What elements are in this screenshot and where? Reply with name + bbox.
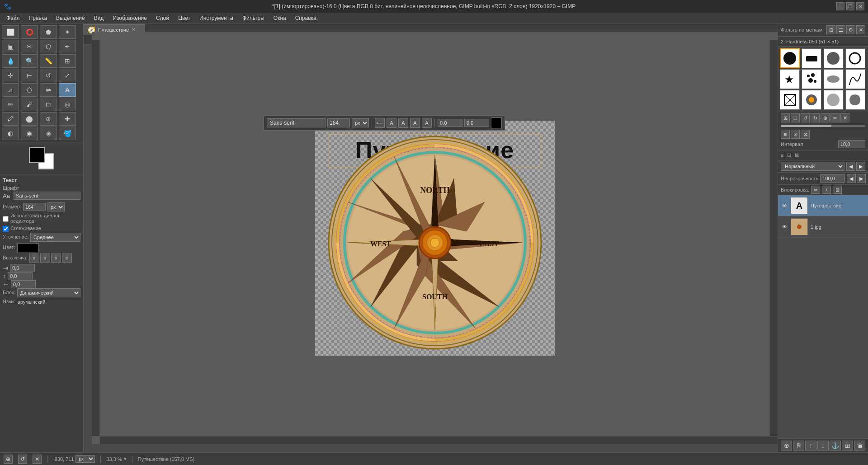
tool-rectangle-select[interactable]: ⬜	[2, 25, 19, 39]
hinting-select[interactable]: Среднее Нет Слабое Полное	[30, 233, 80, 242]
brush-cell-4[interactable]	[845, 48, 865, 68]
lock-all-btn[interactable]: ⊠	[833, 186, 842, 194]
tool-convolve[interactable]: ◈	[40, 127, 57, 140]
block-select[interactable]: Динамический Фиксированный	[17, 288, 80, 297]
tool-pencil[interactable]: ✏	[2, 98, 19, 111]
tool-ellipse-select[interactable]: ⭕	[21, 25, 38, 39]
status-btn-left1[interactable]: ⊕	[4, 455, 13, 464]
brush-ctrl-5[interactable]: ⊕	[821, 113, 830, 122]
tool-flip[interactable]: ⇌	[40, 83, 57, 97]
justify-fill[interactable]: ≡	[62, 254, 72, 263]
brush-cell-2[interactable]	[802, 48, 821, 68]
menu-file[interactable]: Файл	[2, 14, 24, 22]
size-input[interactable]	[23, 203, 46, 211]
brush-cell-7[interactable]	[824, 69, 844, 89]
tool-shear[interactable]: ⊿	[2, 83, 19, 97]
brush-ctrl-2[interactable]: □	[791, 113, 800, 122]
brush-grid-btn[interactable]: ⊞	[826, 25, 835, 34]
brush-ctrl-4[interactable]: ↻	[811, 113, 820, 122]
menu-edit[interactable]: Правка	[24, 14, 52, 22]
tool-airbrush[interactable]: ◎	[59, 98, 76, 111]
layer-eye-image[interactable]: 👁	[781, 223, 788, 230]
menu-view[interactable]: Вид	[90, 14, 108, 22]
opacity-next-btn[interactable]: ▶	[857, 174, 866, 183]
brush-cell-6[interactable]	[802, 69, 821, 89]
brush-settings-btn[interactable]: ⚙	[846, 25, 855, 34]
brush-list-btn[interactable]: ☰	[836, 25, 845, 34]
layer-new-btn[interactable]: ⊕	[781, 441, 792, 451]
mode-next-btn[interactable]: ▶	[856, 162, 865, 171]
layer-delete-btn[interactable]: 🗑	[854, 441, 865, 451]
brush-cell-9[interactable]	[780, 90, 800, 110]
tool-paths[interactable]: ✒	[59, 40, 76, 53]
tool-crop[interactable]: ⊢	[21, 69, 38, 82]
brush-cell-3[interactable]	[824, 48, 844, 68]
tool-scissors[interactable]: ✂	[21, 40, 38, 53]
brush-cell-10[interactable]	[802, 90, 821, 110]
canvas-wrapper[interactable]: Путешествие	[315, 121, 555, 356]
menu-select[interactable]: Выделение	[52, 14, 90, 22]
interval-input[interactable]	[838, 140, 865, 148]
layer-anchor-btn[interactable]: ⚓	[830, 441, 841, 451]
foreground-color[interactable]	[29, 147, 45, 163]
status-btn-left2[interactable]: ↺	[18, 455, 27, 464]
tool-paintbrush[interactable]: 🖌	[21, 98, 38, 111]
layer-item-text[interactable]: 👁 A Путешествие	[778, 195, 868, 216]
letter-spacing-input[interactable]	[11, 280, 36, 288]
use-editor-checkbox[interactable]	[3, 216, 9, 222]
tool-ink[interactable]: 🖊	[2, 112, 19, 126]
brush-cell-hardness-050[interactable]	[780, 48, 800, 68]
offset-x-input[interactable]	[438, 119, 462, 127]
justify-left[interactable]: ≡	[29, 254, 39, 263]
tool-move[interactable]: ✛	[2, 69, 19, 82]
tool-clone[interactable]: ⊕	[40, 112, 57, 126]
indent-input[interactable]	[10, 264, 35, 272]
mode-prev-btn[interactable]: ◀	[846, 162, 855, 171]
menu-image[interactable]: Изображение	[108, 14, 151, 22]
tool-eraser[interactable]: ◻	[40, 98, 57, 111]
justify-center[interactable]: ≡	[40, 254, 50, 263]
menu-layer[interactable]: Слой	[151, 14, 174, 22]
tool-smudge[interactable]: ◉	[21, 127, 38, 140]
tool-align[interactable]: ⊞	[59, 54, 76, 68]
restore-button[interactable]: ☐	[846, 2, 854, 10]
antialiasing-checkbox[interactable]	[3, 226, 9, 232]
vertical-scrollbar[interactable]	[769, 40, 778, 436]
format-btn-5[interactable]: A	[422, 118, 432, 128]
tool-bucket[interactable]: 🪣	[59, 127, 76, 140]
size-unit-select[interactable]: px pt	[47, 202, 65, 211]
brush-cell-12[interactable]	[845, 90, 865, 110]
layer-up-btn[interactable]: ↑	[805, 441, 816, 451]
size-toolbar-input[interactable]	[327, 118, 350, 127]
menu-tools[interactable]: Инструменты	[195, 14, 238, 22]
tool-select-by-color[interactable]: ▣	[2, 40, 19, 53]
tool-fg-select[interactable]: ⬡	[40, 40, 57, 53]
format-btn-1[interactable]: ⟵	[375, 118, 385, 128]
layer-dup-btn[interactable]: ⎘	[793, 441, 804, 451]
minimize-button[interactable]: –	[836, 2, 844, 10]
brush-slider[interactable]	[781, 125, 865, 127]
brush-cell-5[interactable]: ★	[780, 69, 800, 89]
line-spacing-input[interactable]	[8, 272, 33, 280]
unit-toolbar-select[interactable]: px pt	[352, 118, 369, 127]
lock-pos-btn[interactable]: +	[822, 186, 831, 194]
menu-windows[interactable]: Окна	[269, 14, 291, 22]
status-btn-left3[interactable]: ✕	[33, 455, 42, 464]
format-btn-2[interactable]: A	[387, 118, 396, 128]
font-input[interactable]	[14, 192, 80, 200]
justify-right[interactable]: ≡	[51, 254, 61, 263]
brush-ctrl-10[interactable]: ⊠	[801, 130, 810, 139]
tool-dodge[interactable]: ◐	[2, 127, 19, 140]
layer-mode-select[interactable]: Нормальный Умножение Экран	[781, 162, 844, 171]
tool-scale[interactable]: ⤢	[59, 69, 76, 82]
tool-text[interactable]: A	[59, 83, 76, 97]
toolbar-color-box[interactable]	[491, 117, 502, 128]
layer-eye-text[interactable]: 👁	[781, 202, 788, 209]
brush-close-btn[interactable]: ✕	[856, 25, 865, 34]
tool-free-select[interactable]: ⬟	[40, 25, 57, 39]
brush-ctrl-7[interactable]: ✕	[840, 113, 849, 122]
text-color-swatch[interactable]	[17, 243, 39, 252]
lock-pixels-btn[interactable]: ✏	[811, 186, 820, 194]
offset-y-input[interactable]	[464, 119, 489, 127]
close-button[interactable]: ✕	[856, 2, 864, 10]
